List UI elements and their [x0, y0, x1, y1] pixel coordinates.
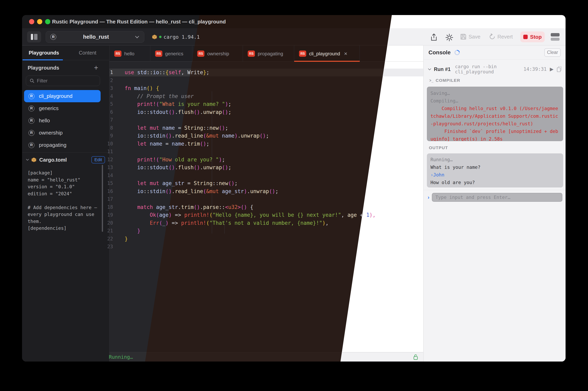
sidebar-item-ownership[interactable]: Rownership — [24, 127, 101, 139]
code-line-10[interactable]: 10 let name = name.trim(); — [109, 140, 423, 148]
code-line-14[interactable]: 14 — [109, 172, 423, 180]
rust-file-icon: RS — [299, 51, 306, 57]
editor-tab-hello[interactable]: RShello — [109, 46, 150, 62]
editor-tab-generics[interactable]: RSgenerics — [150, 46, 192, 62]
sidebar-item-generics[interactable]: Rgenerics — [24, 102, 101, 114]
sidebar-item-hello[interactable]: Rhello — [24, 114, 101, 127]
output-line: How old are you? — [430, 179, 560, 186]
tab-playgrounds[interactable]: Playgrounds — [22, 46, 66, 60]
close-window-button[interactable] — [29, 19, 34, 24]
compiler-line: Compiling hello_rust v0.1.0 (/Users/jagm… — [430, 105, 560, 127]
run-timestamp: 14:39:31 — [523, 66, 547, 72]
console-input[interactable]: Type input and press Enter… — [432, 193, 562, 202]
code-line-9[interactable]: 9 io::stdin().read_line(&mut name).unwra… — [109, 132, 423, 140]
line-number: 9 — [105, 132, 113, 140]
code-line-21[interactable]: 21 } — [109, 227, 423, 235]
run-entry-row[interactable]: Run #1 cargo run --bin cli_playground 14… — [428, 65, 562, 73]
terminal-prompt-icon: >_ — [429, 78, 434, 83]
cargo-version-label: cargo 1.94.1 — [164, 34, 200, 40]
minimize-window-button[interactable] — [37, 19, 42, 24]
code-line-23[interactable]: 23 — [109, 243, 423, 251]
code-text: // Prompt the user — [125, 93, 194, 100]
code-line-1[interactable]: 1use std::io::{self, Write}; — [109, 69, 423, 77]
rust-file-icon: RS — [114, 51, 121, 57]
console-panel: Console Clear Run #1 cargo run --bin cli… — [423, 46, 566, 362]
stop-button[interactable]: Stop — [520, 31, 545, 42]
cargo-status-dot — [159, 36, 162, 38]
code-line-22[interactable]: 22} — [109, 235, 423, 243]
rust-logo-icon: R — [28, 93, 34, 99]
sidebar-scrollbar[interactable] — [102, 165, 103, 232]
output-line: Running… — [430, 156, 560, 163]
app-window: Rustic Playground — The Rust Edition — h… — [22, 15, 566, 362]
line-number: 21 — [105, 227, 113, 235]
code-text: } — [125, 235, 128, 243]
project-dropdown[interactable]: R hello_rust — [46, 31, 144, 43]
play-icon[interactable]: ▶ — [550, 66, 554, 72]
cargo-toml-header[interactable]: Cargo.toml Edit — [26, 155, 105, 164]
playground-list: Rcli_playgroundRgenericsRhelloRownership… — [24, 90, 101, 151]
tab-content[interactable]: Content — [66, 46, 109, 60]
active-tab-underline — [22, 59, 63, 60]
share-button[interactable] — [430, 33, 437, 41]
layout-toggle-icon — [551, 33, 560, 36]
sidebar-item-propagating[interactable]: Rpropagating — [24, 139, 101, 151]
add-playground-button[interactable]: + — [94, 64, 98, 72]
sidebar-toggle-button[interactable] — [27, 31, 41, 42]
close-tab-icon[interactable]: × — [344, 51, 347, 57]
editor-tab-cli_playground[interactable]: RScli_playground× — [294, 46, 360, 62]
code-text: io::stdout().flush().unwrap(); — [125, 108, 231, 116]
code-line-18[interactable]: 18 match age_str.trim().parse::<u32>() { — [109, 203, 423, 211]
code-line-19[interactable]: 19 Ok(age) => println!("Hello {name}, yo… — [109, 211, 423, 219]
editor-tab-propagating[interactable]: RSpropagating — [243, 46, 294, 62]
package-icon — [152, 34, 157, 39]
code-editor[interactable]: 1use std::io::{self, Write};23fn main() … — [109, 62, 423, 251]
code-line-4[interactable]: 4 // Prompt the user — [109, 93, 423, 100]
code-line-5[interactable]: 5 print!("What is your name? "); — [109, 100, 423, 108]
layout-toggle-button[interactable] — [551, 33, 560, 41]
code-line-8[interactable]: 8 let mut name = String::new(); — [109, 124, 423, 132]
line-number: 19 — [105, 211, 113, 219]
sidebar-item-cli_playground[interactable]: Rcli_playground — [24, 90, 101, 102]
zoom-window-button[interactable] — [45, 19, 50, 24]
code-line-12[interactable]: 12 print!("How old are you? "); — [109, 156, 423, 164]
line-number: 2 — [105, 77, 113, 85]
code-line-2[interactable]: 2 — [109, 77, 423, 85]
compiler-section-label: >_ COMPILER — [429, 78, 460, 83]
line-number: 16 — [105, 188, 113, 196]
copy-icon[interactable] — [557, 66, 562, 72]
run-number-label: Run #1 — [434, 66, 450, 72]
save-button[interactable]: Save — [460, 33, 480, 40]
output-line: What is your name? — [430, 163, 560, 171]
code-text: } — [125, 227, 140, 235]
code-line-15[interactable]: 15 let mut age_str = String::new(); — [109, 180, 423, 188]
revert-button[interactable]: Revert — [489, 33, 513, 40]
stop-square-icon — [523, 35, 528, 39]
filter-input[interactable]: Filter — [26, 76, 100, 86]
line-number: 4 — [105, 93, 113, 100]
code-line-6[interactable]: 6 io::stdout().flush().unwrap(); — [109, 108, 423, 116]
code-text: let mut name = String::new(); — [125, 124, 228, 132]
chevron-down-icon — [135, 34, 139, 38]
sidebar-toggle-icon — [31, 34, 33, 40]
code-line-16[interactable]: 16 io::stdin().read_line(&mut age_str).u… — [109, 188, 423, 196]
tab-label: cli_playground — [309, 51, 340, 57]
rust-logo-icon: R — [28, 130, 34, 136]
compiler-line: Compiling… — [430, 97, 560, 105]
line-number: 23 — [105, 243, 113, 251]
code-text: Ok(age) => println!("Hello {name}, you w… — [125, 211, 376, 219]
line-number: 17 — [105, 195, 113, 203]
rust-logo-icon: R — [28, 105, 34, 111]
code-line-20[interactable]: 20 Err(_) => println!("That's not a vali… — [109, 219, 423, 227]
editor-tab-ownership[interactable]: RSownership — [192, 46, 243, 62]
line-number: 10 — [105, 140, 113, 148]
clear-console-button[interactable]: Clear — [544, 48, 561, 57]
line-number: 20 — [105, 219, 113, 227]
edit-cargo-button[interactable]: Edit — [91, 156, 105, 163]
code-line-3[interactable]: 3fn main() { — [109, 85, 423, 93]
settings-button[interactable] — [445, 33, 453, 41]
code-line-17[interactable]: 17 — [109, 195, 423, 203]
code-line-13[interactable]: 13 io::stdout().flush().unwrap(); — [109, 164, 423, 172]
code-line-7[interactable]: 7 — [109, 116, 423, 124]
code-line-11[interactable]: 11 — [109, 148, 423, 156]
